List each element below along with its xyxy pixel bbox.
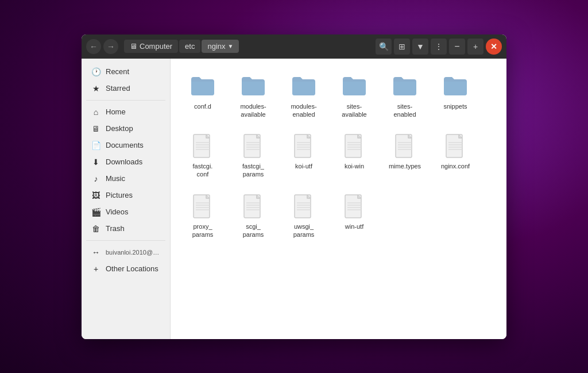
search-button[interactable]: 🔍 [376,39,392,55]
sidebar-label-other-locations: Other Locations [106,264,158,273]
window-body: 🕐 Recent ★ Starred ⌂ Home 🖥 Desktop 📄 Do… [82,59,506,339]
file-item[interactable]: uwsgi_ params [281,188,327,244]
breadcrumb-nginx[interactable]: nginx ▼ [202,40,239,53]
music-icon: ♪ [91,174,101,183]
home-icon: ⌂ [91,107,101,117]
close-button[interactable]: ✕ [486,39,502,55]
file-name: proxy_ params [192,222,214,239]
file-name: modules- available [240,102,266,119]
folder-icon [290,72,318,100]
sidebar-label-trash: Trash [106,224,125,233]
file-name: sites- enabled [393,102,416,119]
file-icon [239,132,267,160]
file-icon [442,132,469,160]
downloads-icon: ⬇ [91,157,101,167]
breadcrumb: 🖥 Computer etc nginx ▼ [124,40,240,53]
sidebar-label-downloads: Downloads [106,157,142,166]
file-item[interactable]: scgi_ params [230,188,276,244]
sidebar-item-recent[interactable]: 🕐 Recent [84,64,168,80]
file-icon [290,193,318,220]
file-name: fastcgi. conf [193,162,213,179]
view-toggle-button[interactable]: ⊞ [394,39,410,55]
main-content: conf.d modules- available modules- enabl… [171,59,506,339]
file-item[interactable]: sites- enabled [382,68,428,124]
sidebar-item-downloads[interactable]: ⬇ Downloads [84,154,168,170]
desktop-icon: 🖥 [91,124,101,133]
sidebar-item-videos[interactable]: 🎬 Videos [84,204,168,220]
chevron-down-icon: ▼ [228,43,234,49]
folder-icon [239,72,267,100]
file-item[interactable]: koi-win [331,128,377,183]
sidebar-separator-2 [86,240,165,241]
sidebar-label-desktop: Desktop [106,124,133,133]
file-item[interactable]: win-utf [331,188,377,244]
back-button[interactable]: ← [86,39,101,54]
sidebar-label-home: Home [106,107,126,116]
file-icon [341,132,368,160]
starred-icon: ★ [91,84,101,93]
file-icon [341,193,368,220]
file-item[interactable]: fastcgi. conf [180,128,226,183]
sidebar-item-starred[interactable]: ★ Starred [84,80,168,97]
sidebar-item-pictures[interactable]: 🖼 Pictures [84,187,168,203]
file-name: win-utf [345,222,363,230]
file-name: snippets [444,102,467,110]
file-item[interactable]: proxy_ params [180,188,226,244]
titlebar-actions: 🔍 ⊞ ▼ ⋮ − + ✕ [376,39,502,55]
menu-button[interactable]: ⋮ [431,39,447,55]
file-item[interactable]: modules- enabled [281,68,327,124]
titlebar: ← → 🖥 Computer etc nginx ▼ 🔍 ⊞ ▼ ⋮ − + ✕ [82,34,506,59]
file-name: conf.d [194,102,211,110]
sort-button[interactable]: ▼ [412,39,428,55]
file-name: uwsgi_ params [293,222,315,239]
sidebar-label-recent: Recent [106,67,129,76]
folder-icon [391,72,419,100]
breadcrumb-computer[interactable]: 🖥 Computer [124,40,178,53]
file-name: nginx.conf [441,162,470,170]
sidebar-item-home[interactable]: ⌂ Home [84,104,168,120]
folder-icon [341,72,368,100]
sidebar-item-desktop[interactable]: 🖥 Desktop [84,121,168,137]
file-item[interactable]: conf.d [180,68,226,124]
file-name: fastcgi_ params [242,162,264,179]
file-item[interactable]: nginx.conf [432,128,478,183]
file-name: sites- available [342,102,366,119]
plus-icon: + [91,264,101,274]
file-item[interactable]: sites- available [331,68,377,124]
file-name: koi-win [345,162,364,170]
account-icon: ↔ [91,248,101,257]
file-grid: conf.d modules- available modules- enabl… [180,68,497,244]
file-icon [239,193,267,220]
file-item[interactable]: modules- available [230,68,276,124]
forward-button[interactable]: → [103,39,118,54]
file-icon [189,132,216,160]
minimize-button[interactable]: − [449,39,465,55]
sidebar-item-trash[interactable]: 🗑 Trash [84,221,168,237]
sidebar-label-music: Music [106,174,125,183]
computer-icon: 🖥 [130,42,137,51]
sidebar-label-videos: Videos [106,207,129,216]
trash-icon: 🗑 [91,224,101,233]
pictures-icon: 🖼 [91,191,101,200]
sidebar-account-label: buivanloi.2010@g... [106,249,161,256]
sidebar-label-pictures: Pictures [106,191,133,199]
file-name: scgi_ params [243,222,264,239]
file-icon [391,132,419,160]
sidebar-item-other-locations[interactable]: + Other Locations [84,261,168,277]
recent-icon: 🕐 [91,67,101,76]
file-name: koi-utf [295,162,312,170]
file-item[interactable]: koi-utf [281,128,327,183]
file-item[interactable]: snippets [432,68,478,124]
file-item[interactable]: mime.types [382,128,428,183]
file-icon [290,132,318,160]
sidebar-separator-1 [86,100,165,101]
file-item[interactable]: fastcgi_ params [230,128,276,183]
folder-icon [189,72,216,100]
sidebar-item-music[interactable]: ♪ Music [84,171,168,187]
file-manager-window: ← → 🖥 Computer etc nginx ▼ 🔍 ⊞ ▼ ⋮ − + ✕ [82,34,506,339]
file-name: modules- enabled [291,102,316,119]
maximize-button[interactable]: + [467,39,483,55]
sidebar-account[interactable]: ↔ buivanloi.2010@g... [84,244,168,260]
sidebar-item-documents[interactable]: 📄 Documents [84,137,168,153]
breadcrumb-etc[interactable]: etc [179,40,200,53]
